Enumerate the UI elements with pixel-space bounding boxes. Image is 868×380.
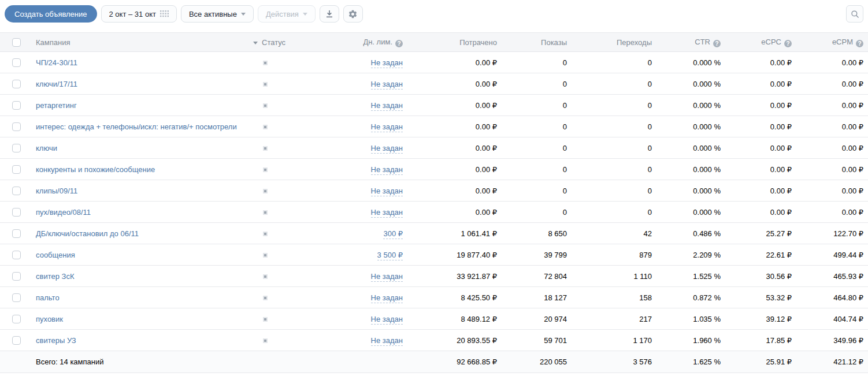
column-header-ecpc[interactable]: eCPC? bbox=[725, 33, 796, 52]
daily-limit-link[interactable]: Не задан bbox=[371, 122, 403, 132]
row-checkbox[interactable] bbox=[12, 336, 21, 345]
column-header-status[interactable]: Статус bbox=[248, 33, 324, 52]
actions-dropdown[interactable]: Действия bbox=[258, 5, 316, 23]
campaign-link[interactable]: ключи bbox=[36, 144, 57, 152]
campaign-link[interactable]: сообщения bbox=[36, 251, 75, 259]
row-checkbox[interactable] bbox=[12, 187, 21, 195]
daily-limit-link[interactable]: Не задан bbox=[371, 293, 403, 303]
column-header-daily-limit[interactable]: Дн. лим.? bbox=[324, 33, 407, 52]
daily-limit-link[interactable]: Не задан bbox=[371, 80, 403, 90]
row-checkbox[interactable] bbox=[12, 272, 21, 281]
campaign-link[interactable]: клипы/09/11 bbox=[36, 187, 77, 195]
ecpm-value: 349.96 ₽ bbox=[796, 330, 868, 351]
daily-limit-link[interactable]: Не задан bbox=[371, 187, 403, 196]
campaign-link[interactable]: свитер ЗсК bbox=[36, 272, 74, 281]
ctr-value: 0.000 % bbox=[656, 202, 725, 223]
daily-limit-link[interactable]: 300 ₽ bbox=[383, 229, 403, 239]
settings-button[interactable] bbox=[343, 5, 363, 23]
ecpc-value: 0.00 ₽ bbox=[725, 202, 796, 223]
campaign-link[interactable]: пуховик bbox=[36, 315, 63, 323]
column-header-campaign[interactable]: Кампания bbox=[32, 33, 248, 52]
select-all-checkbox[interactable] bbox=[12, 38, 21, 47]
column-header-ecpm[interactable]: eCPM? bbox=[796, 33, 868, 52]
info-icon[interactable]: ? bbox=[395, 40, 403, 47]
row-checkbox[interactable] bbox=[12, 122, 21, 131]
campaign-link[interactable]: ДБ/ключи/остановил до 06/11 bbox=[36, 229, 139, 238]
export-button[interactable] bbox=[320, 5, 339, 23]
search-button[interactable] bbox=[846, 5, 863, 23]
clicks-value: 0 bbox=[572, 180, 656, 202]
ctr-value: 2.209 % bbox=[656, 244, 725, 266]
daily-limit-link[interactable]: Не задан bbox=[371, 315, 403, 325]
total-ctr: 1.625 % bbox=[656, 351, 725, 373]
spent-value: 8 489.12 ₽ bbox=[407, 308, 502, 330]
daily-limit-link[interactable]: Не задан bbox=[371, 336, 403, 346]
daily-limit-link[interactable]: Не задан bbox=[371, 101, 403, 111]
row-checkbox[interactable] bbox=[12, 58, 21, 67]
row-checkbox[interactable] bbox=[12, 315, 21, 323]
row-checkbox[interactable] bbox=[12, 165, 21, 174]
row-checkbox[interactable] bbox=[12, 208, 21, 217]
status-stopped-icon bbox=[263, 61, 268, 65]
spent-value: 0.00 ₽ bbox=[407, 202, 502, 223]
column-header-clicks[interactable]: Переходы bbox=[572, 33, 656, 52]
status-stopped-icon bbox=[263, 103, 268, 108]
row-checkbox[interactable] bbox=[12, 144, 21, 152]
ecpc-value: 0.00 ₽ bbox=[725, 116, 796, 137]
date-range-button[interactable]: 2 окт – 31 окт bbox=[101, 5, 177, 23]
spent-value: 33 921.87 ₽ bbox=[407, 266, 502, 287]
table-row: свитеры УЗ Не задан 20 893.55 ₽ 59 701 1… bbox=[0, 330, 868, 351]
chevron-down-icon bbox=[303, 13, 307, 16]
clicks-value: 0 bbox=[572, 52, 656, 73]
table-row: сообщения 3 500 ₽ 19 877.40 ₽ 39 799 879… bbox=[0, 244, 868, 266]
campaign-link[interactable]: конкуренты и похожие/сообщение bbox=[36, 165, 155, 174]
total-ecpc: 25.91 ₽ bbox=[725, 351, 796, 373]
daily-limit-link[interactable]: Не задан bbox=[371, 272, 403, 282]
campaign-link[interactable]: интерес: одежда + телефоны/искл: негатив… bbox=[36, 122, 237, 131]
info-icon[interactable]: ? bbox=[856, 40, 863, 47]
row-checkbox[interactable] bbox=[12, 101, 21, 110]
spent-value: 0.00 ₽ bbox=[407, 73, 502, 95]
campaign-link[interactable]: ключи/17/11 bbox=[36, 80, 77, 88]
row-checkbox[interactable] bbox=[12, 293, 21, 302]
campaign-link[interactable]: ЧП/24-30/11 bbox=[36, 58, 77, 67]
column-header-spent[interactable]: Потрачено bbox=[407, 33, 502, 52]
spent-value: 0.00 ₽ bbox=[407, 159, 502, 180]
info-icon[interactable]: ? bbox=[713, 40, 721, 47]
daily-limit-link[interactable]: Не задан bbox=[371, 208, 403, 218]
campaign-link[interactable]: ретаргетинг bbox=[36, 101, 77, 110]
column-header-impressions[interactable]: Показы bbox=[502, 33, 572, 52]
spent-value: 8 425.50 ₽ bbox=[407, 287, 502, 308]
daily-limit-link[interactable]: 3 500 ₽ bbox=[377, 251, 403, 260]
daily-limit-link[interactable]: Не задан bbox=[371, 144, 403, 154]
search-icon bbox=[851, 10, 859, 18]
table-row: конкуренты и похожие/сообщение Не задан … bbox=[0, 159, 868, 180]
column-header-ctr[interactable]: CTR? bbox=[656, 33, 725, 52]
impressions-value: 59 701 bbox=[502, 330, 572, 351]
campaign-link[interactable]: свитеры УЗ bbox=[36, 336, 76, 345]
status-header-label: Статус bbox=[262, 38, 285, 47]
status-filter-dropdown[interactable]: Все активные bbox=[181, 5, 254, 23]
daily-limit-link[interactable]: Не задан bbox=[371, 58, 403, 68]
row-checkbox[interactable] bbox=[12, 251, 21, 259]
campaign-link[interactable]: пух/видео/08/11 bbox=[36, 208, 91, 217]
row-checkbox[interactable] bbox=[12, 80, 21, 88]
table-total-row: Всего: 14 кампаний 92 668.85 ₽ 220 055 3… bbox=[0, 351, 868, 373]
info-icon[interactable]: ? bbox=[784, 40, 792, 47]
impressions-value: 0 bbox=[502, 202, 572, 223]
daily-limit-link[interactable]: Не задан bbox=[371, 165, 403, 175]
ctr-value: 0.000 % bbox=[656, 73, 725, 95]
ctr-value: 0.000 % bbox=[656, 159, 725, 180]
ctr-value: 0.486 % bbox=[656, 223, 725, 244]
total-ecpm: 421.12 ₽ bbox=[796, 351, 868, 373]
ctr-value: 1.525 % bbox=[656, 266, 725, 287]
ecpc-value: 0.00 ₽ bbox=[725, 159, 796, 180]
campaigns-table: Кампания Статус Дн. лим.? Потрачено Пока… bbox=[0, 32, 868, 373]
row-checkbox[interactable] bbox=[12, 229, 21, 238]
clicks-value: 0 bbox=[572, 159, 656, 180]
status-stopped-icon bbox=[263, 296, 268, 300]
create-ad-button[interactable]: Создать объявление bbox=[5, 5, 97, 23]
table-row: ключи/17/11 Не задан 0.00 ₽ 0 0 0.000 % … bbox=[0, 73, 868, 95]
clicks-value: 1 110 bbox=[572, 266, 656, 287]
campaign-link[interactable]: пальто bbox=[36, 293, 60, 302]
